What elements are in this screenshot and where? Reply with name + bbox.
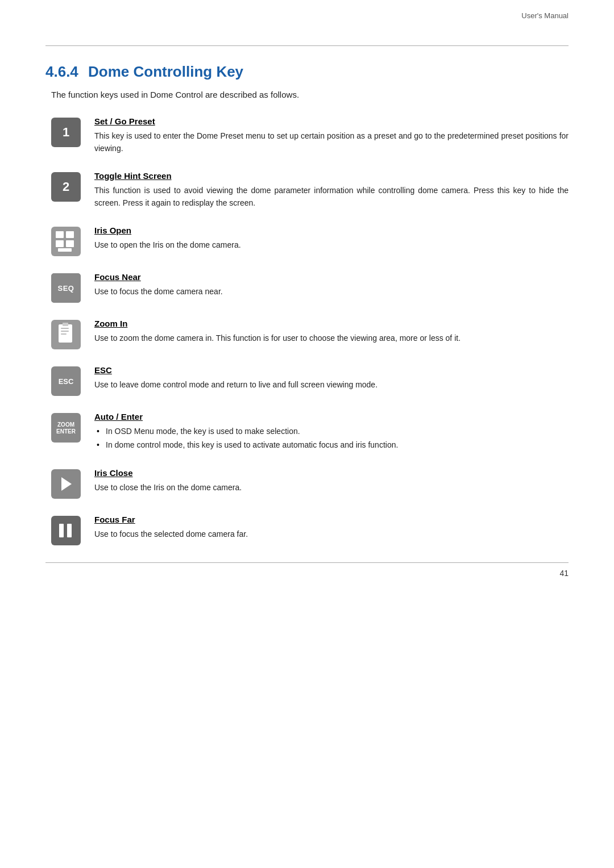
svg-rect-4: [66, 240, 74, 247]
bottom-divider: [45, 562, 569, 563]
section-heading: Dome Controlling Key: [88, 63, 243, 80]
key-desc-iris-close: Use to close the Iris on the dome camera…: [94, 481, 569, 494]
key-entry-iris-close: Iris CloseUse to close the Iris on the d…: [51, 468, 569, 499]
key-content-set-go-preset: Set / Go PresetThis key is used to enter…: [94, 116, 569, 155]
page-number: 41: [45, 569, 569, 578]
key-content-zoom-in: Zoom InUse to zoom the dome camera in. T…: [94, 319, 569, 344]
key-content-focus-far: Focus FarUse to focus the selected dome …: [94, 515, 569, 540]
svg-text:SEQ: SEQ: [58, 284, 74, 293]
svg-rect-1: [56, 231, 64, 238]
iris-close-icon: [51, 469, 81, 499]
key-title-focus-near: Focus Near: [94, 272, 569, 282]
key-entry-esc: ESC ESCUse to leave dome control mode an…: [51, 365, 569, 396]
page-container: User's Manual 4.6.4 Dome Controlling Key…: [0, 0, 614, 612]
key-desc-set-go-preset: This key is used to enter the Dome Prese…: [94, 130, 569, 155]
svg-text:ESC: ESC: [59, 377, 74, 386]
key-title-zoom-in: Zoom In: [94, 319, 569, 328]
key-content-auto-enter: Auto / EnterIn OSD Menu mode, the key is…: [94, 412, 569, 453]
svg-rect-21: [51, 516, 81, 545]
svg-rect-3: [56, 240, 64, 247]
key-title-set-go-preset: Set / Go Preset: [94, 116, 569, 126]
key-content-iris-open: Iris OpenUse to open the Iris on the dom…: [94, 226, 569, 251]
top-divider: [45, 45, 569, 46]
key-title-toggle-hint-screen: Toggle Hint Screen: [94, 171, 569, 181]
header-bar: User's Manual: [521, 11, 569, 20]
svg-rect-11: [61, 331, 69, 332]
key-title-iris-open: Iris Open: [94, 226, 569, 235]
auto-enter-icon: ZOOM ENTER: [51, 413, 81, 443]
key-bullets-auto-enter: In OSD Menu mode, the key is used to mak…: [94, 425, 569, 452]
svg-text:ENTER: ENTER: [56, 428, 76, 435]
key-desc-focus-near: Use to focus the dome camera near.: [94, 285, 569, 298]
focus-near-icon: SEQ: [51, 273, 81, 303]
key-content-iris-close: Iris CloseUse to close the Iris on the d…: [94, 468, 569, 494]
intro-text: The function keys used in Dome Control a…: [51, 90, 569, 99]
key-entry-focus-near: SEQ Focus NearUse to focus the dome came…: [51, 272, 569, 303]
key-entry-zoom-in: Zoom InUse to zoom the dome camera in. T…: [51, 319, 569, 349]
key-title-auto-enter: Auto / Enter: [94, 412, 569, 422]
key-entry-iris-open: Iris OpenUse to open the Iris on the dom…: [51, 226, 569, 256]
key-content-toggle-hint-screen: Toggle Hint ScreenThis function is used …: [94, 171, 569, 210]
focus-far-icon: [51, 516, 81, 545]
section-number: 4.6.4: [45, 63, 78, 80]
section-title: 4.6.4 Dome Controlling Key: [45, 63, 569, 81]
zoom-in-icon: [51, 320, 81, 349]
key-desc-zoom-in: Use to zoom the dome camera in. This fun…: [94, 332, 569, 344]
svg-rect-12: [61, 333, 67, 335]
svg-rect-13: [63, 323, 68, 326]
key-content-esc: ESCUse to leave dome control mode and re…: [94, 365, 569, 391]
key-title-iris-close: Iris Close: [94, 468, 569, 478]
key-desc-focus-far: Use to focus the selected dome camera fa…: [94, 528, 569, 540]
svg-rect-22: [59, 524, 64, 537]
iris-open-icon: [51, 227, 81, 256]
svg-rect-16: [51, 413, 81, 443]
key-entry-auto-enter: ZOOM ENTER Auto / EnterIn OSD Menu mode,…: [51, 412, 569, 453]
key-entry-toggle-hint-screen: 2Toggle Hint ScreenThis function is used…: [51, 171, 569, 210]
esc-icon: ESC: [51, 366, 81, 396]
key-entry-focus-far: Focus FarUse to focus the selected dome …: [51, 515, 569, 545]
key-content-focus-near: Focus NearUse to focus the dome camera n…: [94, 272, 569, 298]
toggle-hint-screen-icon: 2: [51, 172, 81, 202]
key-desc-iris-open: Use to open the Iris on the dome camera.: [94, 239, 569, 251]
svg-rect-5: [58, 248, 72, 252]
set-go-preset-icon: 1: [51, 118, 81, 147]
svg-text:ZOOM: ZOOM: [57, 422, 74, 428]
key-title-esc: ESC: [94, 365, 569, 375]
key-desc-toggle-hint-screen: This function is used to avoid viewing t…: [94, 184, 569, 210]
svg-rect-10: [61, 328, 69, 329]
key-title-focus-far: Focus Far: [94, 515, 569, 524]
svg-rect-23: [67, 524, 72, 537]
key-desc-esc: Use to leave dome control mode and retur…: [94, 378, 569, 391]
key-entry-set-go-preset: 1Set / Go PresetThis key is used to ente…: [51, 116, 569, 155]
list-item: In dome control mode, this key is used t…: [94, 439, 569, 451]
list-item: In OSD Menu mode, the key is used to mak…: [94, 425, 569, 437]
svg-rect-2: [66, 231, 74, 238]
header-text: User's Manual: [521, 11, 569, 20]
keys-container: 1Set / Go PresetThis key is used to ente…: [45, 116, 569, 545]
